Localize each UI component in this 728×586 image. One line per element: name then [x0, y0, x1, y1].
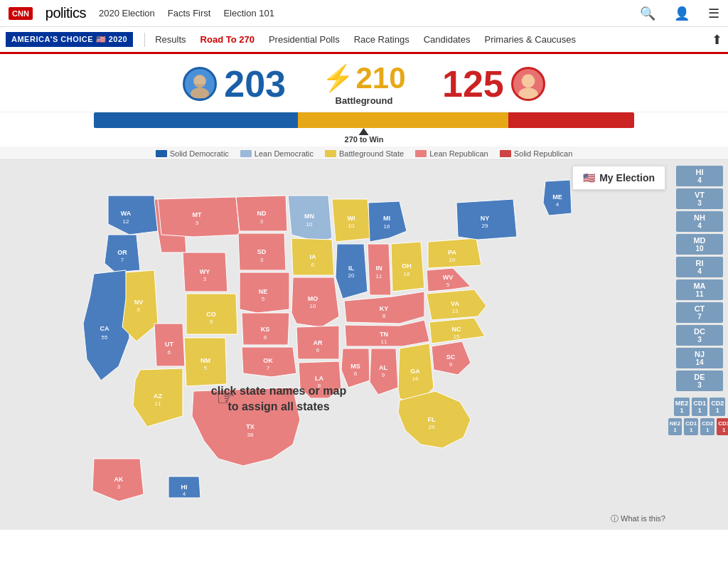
legend: Solid Democratic Lean Democratic Battleg… — [0, 146, 728, 160]
legend-lean-dem: Lean Democratic — [240, 149, 314, 158]
svg-text:KY: KY — [380, 305, 389, 312]
svg-text:6: 6 — [137, 307, 141, 313]
svg-text:55: 55 — [102, 334, 108, 341]
svg-text:4: 4 — [556, 201, 560, 208]
svg-text:15: 15 — [454, 334, 460, 340]
svg-text:HI: HI — [181, 484, 188, 491]
progress-bar-container: 270 to Win — [0, 112, 728, 146]
state-box-cd1-ne[interactable]: CD11 — [684, 418, 698, 435]
trump-score: 125 — [442, 63, 545, 105]
svg-text:6: 6 — [168, 349, 171, 356]
sec-nav-presidential-polls[interactable]: Presidential Polls — [262, 34, 347, 45]
state-box-dc[interactable]: DC 3 — [676, 325, 723, 346]
svg-text:6: 6 — [354, 371, 358, 377]
sec-nav-results[interactable]: Results — [148, 34, 193, 45]
map-container[interactable]: WA 12 OR 7 CA 55 ID 4 NV 6 MT 3 WY — [0, 160, 671, 530]
svg-text:11: 11 — [381, 339, 387, 345]
state-box-cd2-ne[interactable]: CD21 — [700, 418, 714, 435]
state-box-de[interactable]: DE 3 — [676, 371, 723, 391]
legend-lean-dem-label: Lean Democratic — [255, 149, 314, 158]
svg-text:MI: MI — [383, 215, 390, 222]
svg-text:OR: OR — [117, 249, 127, 256]
sec-nav-road-to-270[interactable]: Road To 270 — [193, 34, 262, 45]
nav-divider — [144, 33, 145, 47]
state-box-ma[interactable]: MA 11 — [676, 279, 723, 300]
state-box-nh[interactable]: NH 4 — [676, 211, 723, 232]
svg-text:FL: FL — [428, 416, 436, 423]
state-box-nj[interactable]: NJ 14 — [676, 348, 723, 368]
svg-text:5: 5 — [446, 282, 450, 288]
svg-text:6: 6 — [316, 347, 320, 353]
my-election-button[interactable]: 🇺🇸 My Election — [572, 166, 665, 190]
state-box-md[interactable]: MD 10 — [676, 234, 723, 255]
svg-text:IN: IN — [376, 265, 382, 272]
svg-text:9: 9 — [382, 372, 385, 378]
svg-text:OK: OK — [263, 357, 273, 364]
what-is-this-link[interactable]: ⓘ What is this? — [611, 513, 665, 524]
svg-text:8: 8 — [382, 313, 386, 319]
battleground-number: 210 — [355, 61, 405, 95]
state-box-vt[interactable]: VT 3 — [676, 188, 723, 209]
top-navigation: CNN politics 2020 Election Facts First E… — [0, 0, 728, 27]
svg-text:18: 18 — [404, 271, 410, 277]
battleground-section: ⚡ 210 Battleground — [286, 61, 442, 106]
state-box-me2[interactable]: ME21 — [674, 398, 690, 416]
trump-avatar — [511, 67, 545, 101]
svg-text:CA: CA — [100, 325, 109, 332]
share-icon[interactable]: ⬆ — [712, 32, 722, 48]
legend-solid-dem-label: Solid Democratic — [170, 149, 229, 158]
biden-score: 203 — [183, 63, 286, 105]
svg-text:16: 16 — [412, 375, 419, 382]
sec-nav-primaries[interactable]: Primaries & Caucuses — [477, 34, 583, 45]
svg-text:3: 3 — [260, 218, 264, 225]
svg-text:10: 10 — [348, 223, 355, 229]
legend-solid-rep-label: Solid Republican — [514, 149, 573, 158]
nav-link-101[interactable]: Election 101 — [223, 8, 274, 18]
state-box-cd2-me[interactable]: CD21 — [710, 398, 725, 416]
svg-text:IA: IA — [310, 253, 317, 260]
trump-number: 125 — [442, 63, 504, 105]
nav-link-election[interactable]: 2020 Election — [99, 8, 155, 18]
bar-biden — [94, 112, 298, 128]
sec-nav-race-ratings[interactable]: Race Ratings — [347, 34, 417, 45]
svg-point-4 — [518, 87, 537, 99]
svg-text:9: 9 — [210, 319, 213, 325]
svg-text:7: 7 — [121, 257, 124, 263]
account-icon[interactable]: 👤 — [674, 6, 690, 21]
svg-text:MO: MO — [308, 295, 318, 302]
biden-number: 203 — [224, 63, 286, 105]
svg-text:6: 6 — [264, 334, 267, 341]
legend-lean-rep: Lean Republican — [415, 149, 488, 158]
state-box-ri[interactable]: RI 4 — [676, 257, 723, 277]
sec-nav-candidates[interactable]: Candidates — [417, 34, 478, 45]
svg-text:to assign all states: to assign all states — [228, 400, 329, 412]
svg-text:ND: ND — [257, 210, 267, 217]
svg-text:11: 11 — [376, 273, 382, 279]
svg-text:29: 29 — [482, 223, 488, 229]
svg-text:NY: NY — [481, 215, 490, 222]
bar-trump — [508, 112, 634, 128]
state-mo[interactable] — [291, 277, 339, 327]
svg-text:20: 20 — [449, 257, 456, 263]
us-map[interactable]: WA 12 OR 7 CA 55 ID 4 NV 6 MT 3 WY — [0, 160, 671, 530]
state-box-cd3-ne[interactable]: CD31 — [717, 418, 728, 435]
svg-text:7: 7 — [267, 365, 270, 371]
battleground-label: Battleground — [336, 95, 393, 106]
my-election-label: My Election — [599, 172, 655, 183]
nav-link-facts[interactable]: Facts First — [168, 8, 211, 18]
svg-text:WV: WV — [443, 274, 454, 281]
search-icon[interactable]: 🔍 — [640, 6, 655, 21]
state-box-hi[interactable]: HI 4 — [676, 166, 723, 186]
flag-icon: 🇺🇸 — [583, 172, 595, 183]
state-box-cd1-me[interactable]: CD11 — [692, 398, 707, 416]
svg-text:TN: TN — [380, 331, 388, 338]
state-box-ct[interactable]: CT 7 — [676, 302, 723, 323]
progress-bar — [94, 112, 634, 128]
sidebar-states: HI 4 VT 3 NH 4 MD 10 RI 4 MA 11 CT 7 DC — [671, 160, 728, 530]
svg-text:ME: ME — [552, 193, 562, 201]
svg-text:9: 9 — [449, 361, 453, 368]
svg-text:11: 11 — [155, 400, 161, 407]
cnn-logo[interactable]: CNN — [9, 7, 33, 20]
menu-icon[interactable]: ☰ — [708, 6, 719, 21]
svg-text:AL: AL — [379, 364, 387, 371]
